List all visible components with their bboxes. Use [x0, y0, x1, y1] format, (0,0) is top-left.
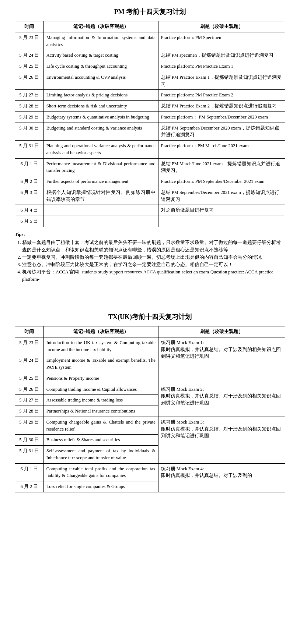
tx-notes-8: Self-assessment and payment of tax by in…	[43, 446, 158, 464]
tx-notes-5: Partnerships & National insurance contri…	[43, 406, 158, 417]
tx-practice-group-2: 练习册 Mock Exam 2:限时仿真模拟，并认真总结。对于涉及到的相关知识点…	[158, 384, 285, 417]
pm-section: PM 考前十四天复习计划 时间 笔记+错题（攻破客观题） 刷题（攻破主观题） 5…	[15, 7, 285, 283]
tx-date-6: 5 月 29 日	[15, 417, 44, 435]
pm-date-1: 5 月 24 日	[15, 50, 44, 61]
pm-practice-1: 总结 PM specimen，提炼错题涉及知识点进行追溯复习	[158, 50, 285, 61]
tx-practice-group-3: 练习册 Mock Exam 3:限时仿真模拟，并认真总结。对于涉及到的相关知识点…	[158, 417, 285, 463]
pm-practice-10: Practice platform: PM September/December…	[158, 176, 285, 187]
tip-item-3: 机考练习平台：ACCA 官网 -students-study support r…	[22, 268, 285, 283]
pm-practice-0: Practice platform: PM Specimen	[158, 32, 285, 50]
tx-date-3: 5 月 26 日	[15, 384, 44, 395]
tx-date-7: 5 月 30 日	[15, 435, 44, 446]
tx-notes-1: Employment income & Taxable and exempt b…	[43, 355, 158, 373]
tx-title: TX(UK)考前十四天复习计划	[15, 312, 285, 322]
pm-practice-5: 总结 PM Practice Exam 2，提炼错题知识点进行追溯复习	[158, 101, 285, 112]
tx-date-0: 5 月 23 日	[15, 337, 44, 355]
pm-notes-7: Budgeting and standard costing & varianc…	[43, 123, 158, 141]
pm-notes-0: Managing information & Information syste…	[43, 32, 158, 50]
tip-item-2: 注意心态。冲刺阶段压力比较大是正常的，在学习之余一定要注意自己的心态。相信自己一…	[22, 261, 285, 268]
pm-notes-9: Performance measurement & Divisional per…	[43, 158, 158, 176]
pm-practice-2: Practice platform: PM Practice Exam 1	[158, 61, 285, 72]
tx-notes-0: Introduction to the UK tax system & Comp…	[43, 337, 158, 355]
tip-item-1: 一定要重视复习。冲刺阶段做的每一套题都要在最后回顾一遍。切忌考场上出现类似的内容…	[22, 254, 285, 261]
tx-header-notes: 笔记+错题（攻破客观题）	[43, 326, 158, 337]
tx-date-8: 5 月 31 日	[15, 446, 44, 464]
pm-date-11: 6 月 3 日	[15, 187, 44, 205]
tx-header-time: 时间	[15, 326, 44, 337]
pm-table: 时间 笔记+错题（攻破客观题） 刷题（攻破主观题） 5 月 23 日Managi…	[15, 21, 285, 227]
pm-date-2: 5 月 25 日	[15, 61, 44, 72]
page-container: PM 考前十四天复习计划 时间 笔记+错题（攻破客观题） 刷题（攻破主观题） 5…	[0, 0, 300, 503]
pm-date-9: 6 月 1 日	[15, 158, 44, 176]
pm-header-practice: 刷题（攻破主观题）	[158, 21, 285, 32]
tips-section: Tips: 精做一套题目由于粗做十套：考试之前的最后关头不要一味的刷题，只求数量…	[15, 231, 285, 283]
pm-date-5: 5 月 28 日	[15, 101, 44, 112]
pm-practice-11: 总结 PM September/December 2021 exam，提炼知识点…	[158, 187, 285, 205]
tx-notes-9: Computing taxable total profits and the …	[43, 463, 158, 481]
tx-notes-6: Computing chargeable gains & Chattels an…	[43, 417, 158, 435]
tx-section: TX(UK)考前十四天复习计划 时间 笔记+错题（攻破客观题） 刷题（攻破主观题…	[15, 312, 285, 492]
pm-notes-13	[43, 216, 158, 227]
tx-date-1: 5 月 24 日	[15, 355, 44, 373]
pm-practice-9: 总结 PM March/June 2021 exam，提炼错题知识点并进行追溯复…	[158, 158, 285, 176]
pm-notes-2: Life cycle costing & throughput accounti…	[43, 61, 158, 72]
tx-notes-4: Assessable trading income & trading loss	[43, 395, 158, 406]
pm-notes-3: Environmental accounting & CVP analysis	[43, 72, 158, 90]
pm-notes-8: Planning and operational variance analys…	[43, 141, 158, 159]
tx-date-9: 6 月 1 日	[15, 463, 44, 481]
tips-title: Tips:	[15, 232, 25, 237]
pm-notes-4: Limiting factor analysis & pricing decis…	[43, 90, 158, 101]
tx-notes-3: Computing trading income & Capital allow…	[43, 384, 158, 395]
tx-date-2: 5 月 25 日	[15, 373, 44, 384]
tx-date-4: 5 月 27 日	[15, 395, 44, 406]
pm-practice-6: Practice platform： PM September/December…	[158, 112, 285, 123]
pm-date-12: 6 月 4 日	[15, 205, 44, 216]
pm-date-6: 5 月 29 日	[15, 112, 44, 123]
tx-date-5: 5 月 28 日	[15, 406, 44, 417]
pm-notes-11: 根据个人知识掌握情况针对性复习。例如练习册中错误率较高的章节	[43, 187, 158, 205]
pm-header-notes: 笔记+错题（攻破客观题）	[43, 21, 158, 32]
pm-notes-5: Short-term decisions & risk and uncertai…	[43, 101, 158, 112]
tx-table: 时间 笔记+错题（攻破客观题） 刷题（攻破主观题） 5 月 23 日Introd…	[15, 326, 285, 492]
pm-date-13: 6 月 5 日	[15, 216, 44, 227]
tx-practice-group-1: 练习册 Mock Exam 1:限时仿真模拟，并认真总结。对于涉及到的相关知识点…	[158, 337, 285, 384]
pm-practice-8: Practice platform：PM March/June 2021 exa…	[158, 141, 285, 159]
pm-notes-10: Further aspects of performance managemen…	[43, 176, 158, 187]
pm-notes-12	[43, 205, 158, 216]
pm-notes-1: Activity based costing & target costing	[43, 50, 158, 61]
pm-date-4: 5 月 27 日	[15, 90, 44, 101]
tx-notes-10: Loss relief for single companies & Group…	[43, 481, 158, 492]
tx-notes-7: Business reliefs & Shares and securities	[43, 435, 158, 446]
pm-practice-13	[158, 216, 285, 227]
pm-practice-12: 对之前所做题目进行复习	[158, 205, 285, 216]
pm-date-10: 6 月 2 日	[15, 176, 44, 187]
tx-header-practice: 刷题（攻破主观题）	[158, 326, 285, 337]
pm-practice-7: 总结 PM September/December 2020 exam，提炼错题知…	[158, 123, 285, 141]
pm-header-time: 时间	[15, 21, 44, 32]
pm-date-0: 5 月 23 日	[15, 32, 44, 50]
pm-title: PM 考前十四天复习计划	[15, 7, 285, 17]
pm-notes-6: Budgetary systems & quantitative analysi…	[43, 112, 158, 123]
separator	[15, 283, 285, 305]
tx-date-10: 6 月 2 日	[15, 481, 44, 492]
pm-date-3: 5 月 26 日	[15, 72, 44, 90]
pm-practice-3: 总结 PM Practice Exam 1，提炼错题涉及知识点进行追溯复习	[158, 72, 285, 90]
pm-date-7: 5 月 30 日	[15, 123, 44, 141]
tx-practice-group-4: 练习册 Mock Exam 4:限时仿真模拟，并认真总结。对于涉及到的	[158, 463, 285, 492]
tx-notes-2: Pensions & Property income	[43, 373, 158, 384]
pm-date-8: 5 月 31 日	[15, 141, 44, 159]
tip-item-0: 精做一套题目由于粗做十套：考试之前的最后关头不要一味的刷题，只求数量不求质量。对…	[22, 239, 285, 254]
pm-practice-4: Practice platform: PM Practice Exam 2	[158, 90, 285, 101]
